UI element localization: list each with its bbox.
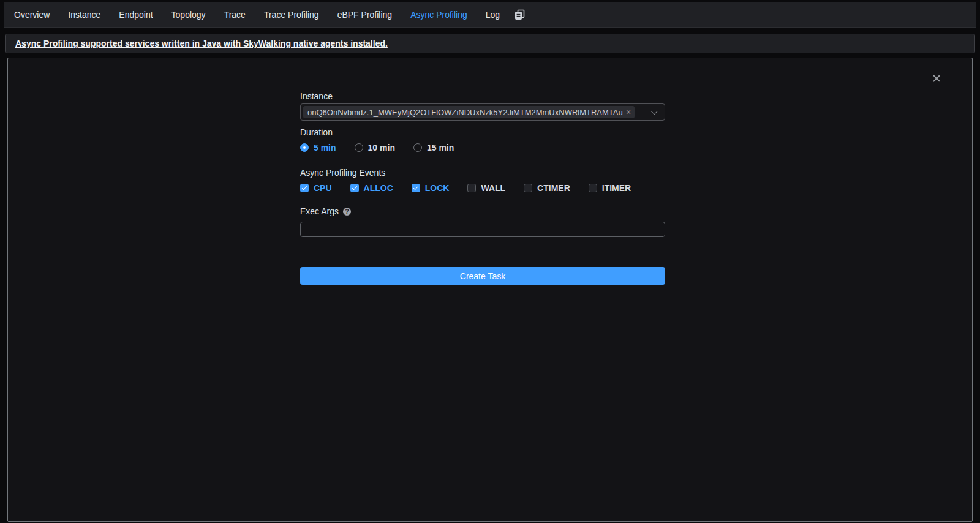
checkbox-lock[interactable]: LOCK (412, 183, 450, 193)
remove-tag-icon[interactable]: × (626, 108, 631, 116)
tab-log[interactable]: Log (486, 10, 500, 20)
checkbox-icon (350, 184, 359, 192)
copy-tasks-icon[interactable] (514, 9, 525, 20)
create-task-form: Instance onQ6OnNvbmdz.1_MWEyMjQ2OTFlOWZi… (300, 92, 665, 285)
tab-async-profiling[interactable]: Async Profiling (410, 10, 467, 20)
exec-args-input[interactable] (300, 222, 665, 237)
radio-icon (355, 143, 363, 152)
checkbox-itimer[interactable]: ITIMER (589, 183, 631, 193)
checkbox-icon (524, 184, 532, 192)
tab-overview[interactable]: Overview (14, 10, 50, 20)
instance-label: Instance (300, 92, 665, 101)
tab-topology[interactable]: Topology (172, 10, 206, 20)
instance-select[interactable]: onQ6OnNvbmdz.1_MWEyMjQ2OTFlOWZiNDUxNzk5Y… (300, 103, 665, 121)
radio-icon (300, 143, 309, 152)
close-icon[interactable] (932, 73, 941, 83)
radio-15min[interactable]: 15 min (413, 143, 454, 152)
info-banner: Async Profiling supported services writt… (5, 34, 975, 53)
checkbox-icon (467, 184, 476, 192)
checkbox-icon (589, 184, 597, 192)
tab-ebpf-profiling[interactable]: eBPF Profiling (337, 10, 392, 20)
checkbox-ctimer[interactable]: CTIMER (524, 183, 570, 193)
tab-trace-profiling[interactable]: Trace Profiling (264, 10, 319, 20)
duration-label: Duration (300, 128, 665, 137)
chevron-down-icon[interactable] (651, 108, 658, 115)
radio-5min[interactable]: 5 min (300, 143, 336, 152)
events-label: Async Profiling Events (300, 168, 665, 178)
radio-icon (413, 143, 422, 152)
exec-args-label: Exec Args ? (300, 207, 665, 216)
duration-options: 5 min 10 min 15 min (300, 143, 665, 152)
tab-endpoint[interactable]: Endpoint (119, 10, 153, 20)
events-options: CPU ALLOC LOCK WALL CTIMER (300, 183, 665, 193)
async-profiling-doc-link[interactable]: Async Profiling supported services writt… (15, 39, 388, 48)
checkbox-alloc[interactable]: ALLOC (350, 183, 393, 193)
checkbox-wall[interactable]: WALL (467, 183, 505, 193)
tab-trace[interactable]: Trace (224, 10, 246, 20)
question-circle-icon[interactable]: ? (343, 208, 351, 216)
tab-instance[interactable]: Instance (68, 10, 100, 20)
top-navigation: Overview Instance Endpoint Topology Trac… (4, 2, 976, 28)
checkbox-cpu[interactable]: CPU (300, 183, 332, 193)
instance-tag: onQ6OnNvbmdz.1_MWEyMjQ2OTFlOWZiNDUxNzk5Y… (303, 106, 635, 118)
checkbox-icon (412, 184, 420, 192)
create-task-panel: Instance onQ6OnNvbmdz.1_MWEyMjQ2OTFlOWZi… (7, 58, 973, 522)
radio-10min[interactable]: 10 min (355, 143, 395, 152)
create-task-button[interactable]: Create Task (300, 267, 665, 285)
instance-tag-text: onQ6OnNvbmdz.1_MWEyMjQ2OTFlOWZiNDUxNzk5Y… (307, 108, 623, 117)
checkbox-icon (300, 184, 309, 192)
